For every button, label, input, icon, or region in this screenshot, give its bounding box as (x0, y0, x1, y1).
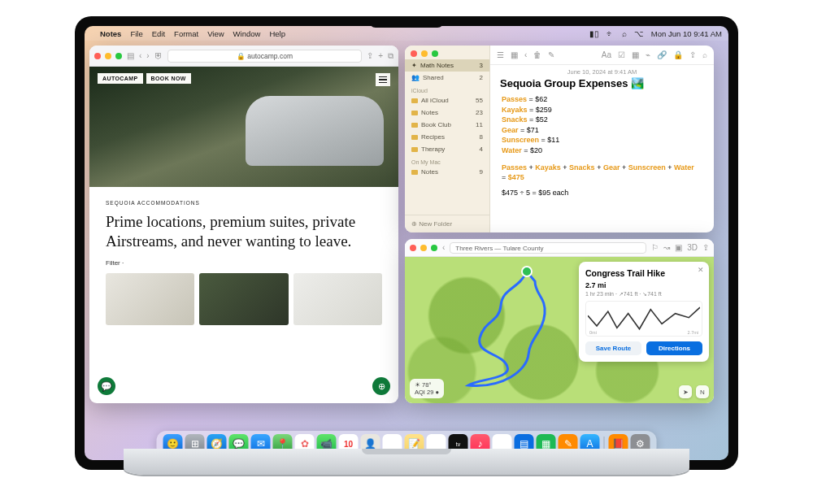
section-icloud: iCloud (405, 84, 489, 94)
card-row (106, 273, 382, 325)
share-icon[interactable]: ⇪ (689, 50, 696, 59)
menu-help[interactable]: Help (269, 29, 285, 38)
list-view-icon[interactable]: ☰ (497, 50, 504, 59)
sidebar-item-recipes[interactable]: Recipes8 (405, 131, 489, 143)
notes-editor: ☰ ▦ ‹ 🗑 ✎ Aa ☑︎ ▦ ⌁ 🔗 🔒 ⇪ (490, 46, 714, 232)
share-icon[interactable]: ⇪ (367, 51, 373, 60)
route-sub: 1 hr 23 min · ↗741 ft · ↘741 ft (585, 291, 702, 298)
minimize-button[interactable] (420, 245, 427, 251)
locate-icon[interactable]: ➤ (679, 385, 692, 398)
sidebar-item-shared[interactable]: 👥Shared 2 (405, 72, 489, 84)
accommodation-card[interactable] (199, 273, 288, 325)
minimize-button[interactable] (105, 53, 111, 59)
close-button[interactable] (410, 245, 416, 251)
folder-icon (411, 147, 418, 152)
new-folder-button[interactable]: ⊕ New Folder (405, 215, 489, 232)
zoom-button[interactable] (431, 245, 437, 251)
menubar-app[interactable]: Notes (100, 29, 121, 38)
accessibility-fab[interactable]: ⊕ (372, 377, 390, 395)
battery-icon[interactable]: ▮▯ (589, 29, 599, 38)
sidebar-item-therapy[interactable]: Therapy4 (405, 143, 489, 155)
bookmark-icon[interactable]: ⚐ (651, 243, 659, 252)
notes-sidebar: ✦Math Notes 3 👥Shared 2 iCloud All iClou… (405, 46, 490, 232)
map-controls: ➤ N (679, 385, 709, 398)
search-icon[interactable]: ⌕ (702, 50, 707, 59)
compass-icon[interactable]: N (696, 385, 709, 398)
safari-toolbar: ▤ ‹ › ⛨ 🔒 autocamp.com ⇪ + ⧉ (89, 46, 398, 67)
search-icon[interactable]: ⌕ (622, 29, 627, 38)
chat-fab[interactable]: 💬 (98, 377, 115, 395)
save-route-button[interactable]: Save Route (585, 341, 641, 355)
close-button[interactable] (94, 53, 101, 59)
safari-window: ▤ ‹ › ⛨ 🔒 autocamp.com ⇪ + ⧉ AUTOCAMP (89, 46, 398, 403)
accommodation-card[interactable] (106, 273, 194, 325)
menu-window[interactable]: Window (233, 29, 261, 38)
notes-toolbar: ☰ ▦ ‹ 🗑 ✎ Aa ☑︎ ▦ ⌁ 🔗 🔒 ⇪ (490, 46, 714, 65)
directions-button[interactable]: Directions (646, 341, 702, 355)
maps-toolbar: ‹ Three Rivers — Tulare County ⚐ ↝ ▣ 3D … (405, 239, 714, 257)
page-body: SEQUOIA ACCOMMODATIONS Prime locations, … (89, 187, 398, 333)
sidebar-item-notes-local[interactable]: Notes9 (405, 166, 489, 178)
sidebar-item-all-icloud[interactable]: All iCloud55 (405, 94, 489, 106)
menu-file[interactable]: File (130, 29, 142, 38)
hamburger-icon[interactable] (376, 73, 390, 86)
media-icon[interactable]: ⌁ (646, 50, 650, 59)
checklist-icon[interactable]: ☑︎ (618, 50, 625, 59)
shield-icon[interactable]: ⛨ (154, 51, 163, 60)
sidebar-item-book-club[interactable]: Book Club11 (405, 119, 489, 131)
note-date: June 10, 2024 at 9:41 AM (490, 65, 714, 76)
folder-icon (411, 98, 418, 103)
macbook-frame: Notes File Edit Format View Window Help … (75, 16, 738, 470)
back-icon[interactable]: ‹ (139, 51, 141, 60)
folder-icon (411, 135, 418, 140)
sidebar-item-notes[interactable]: Notes23 (405, 106, 489, 119)
book-now-button[interactable]: BOOK NOW (146, 73, 191, 84)
link-icon[interactable]: 🔗 (657, 50, 667, 59)
map-canvas[interactable]: ☀︎ 78°AQI 29 ● ➤ N ✕ Congress Trail Hike… (405, 257, 714, 403)
site-logo[interactable]: AUTOCAMP (98, 73, 143, 84)
menu-format[interactable]: Format (174, 29, 198, 38)
laptop-base (124, 449, 689, 475)
control-center-icon[interactable]: ⌥ (634, 29, 644, 38)
format-icon[interactable]: Aa (602, 50, 611, 59)
menu-edit[interactable]: Edit (152, 29, 165, 38)
compose-icon[interactable]: ✎ (548, 50, 554, 59)
3d-icon[interactable]: 3D (687, 243, 698, 252)
accommodation-card[interactable] (293, 273, 382, 325)
close-button[interactable] (411, 50, 417, 57)
screen: Notes File Edit Format View Window Help … (85, 26, 728, 460)
route-icon[interactable]: ↝ (663, 243, 670, 252)
address-bar[interactable]: 🔒 autocamp.com (167, 50, 362, 63)
weather-badge[interactable]: ☀︎ 78°AQI 29 ● (410, 379, 444, 398)
sidebar-icon[interactable]: ▤ (127, 51, 134, 60)
grid-view-icon[interactable]: ▦ (511, 50, 518, 59)
menubar-datetime[interactable]: Mon Jun 10 9:41 AM (651, 29, 722, 38)
zoom-button[interactable] (432, 50, 438, 57)
new-tab-icon[interactable]: + (378, 51, 383, 60)
note-body[interactable]: Passes = $62 Kayaks = $259 Snacks = $52 … (490, 94, 714, 198)
table-icon[interactable]: ▦ (632, 50, 639, 59)
forward-icon[interactable]: › (146, 51, 149, 60)
share-icon[interactable]: ⇪ (702, 243, 709, 252)
svg-point-0 (522, 267, 532, 276)
back-icon[interactable]: ‹ (442, 243, 445, 252)
minimize-button[interactable] (421, 50, 428, 57)
maps-search[interactable]: Three Rivers — Tulare County (450, 242, 646, 254)
filter-control[interactable]: Filter · (106, 259, 382, 267)
url-text: autocamp.com (247, 52, 293, 60)
wifi-icon[interactable]: ᯤ (606, 29, 615, 38)
folder-icon (411, 123, 418, 128)
note-title[interactable]: Sequoia Group Expenses 🏞️ (490, 76, 714, 94)
sparkle-icon: ✦ (411, 62, 417, 69)
tabs-icon[interactable]: ⧉ (388, 51, 393, 61)
section-on-my-mac: On My Mac (405, 155, 489, 166)
map-mode-icon[interactable]: ▣ (675, 243, 682, 252)
hero-image: AUTOCAMP BOOK NOW (89, 67, 398, 187)
sidebar-item-math-notes[interactable]: ✦Math Notes 3 (405, 59, 489, 72)
back-icon[interactable]: ‹ (524, 50, 527, 59)
lock-icon[interactable]: 🔒 (673, 50, 683, 59)
close-icon[interactable]: ✕ (698, 266, 704, 274)
zoom-button[interactable] (115, 53, 122, 59)
menu-view[interactable]: View (207, 29, 224, 38)
trash-icon[interactable]: 🗑 (533, 50, 541, 59)
